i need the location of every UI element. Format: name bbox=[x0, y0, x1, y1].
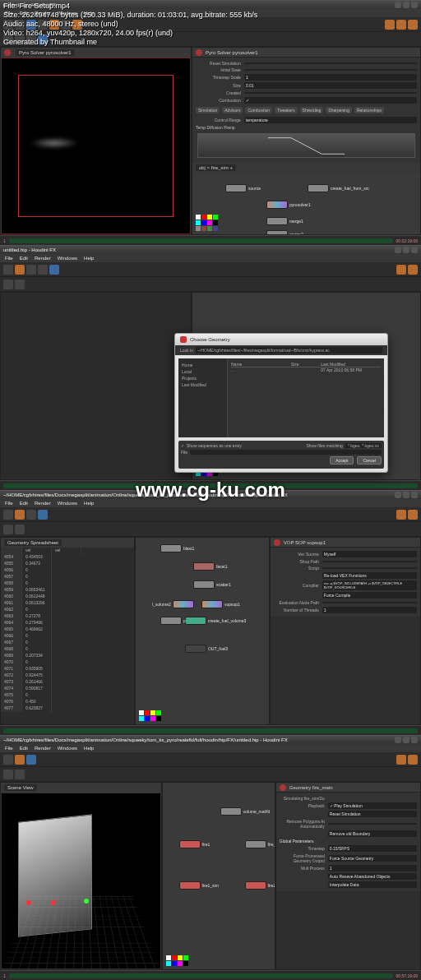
accept-button[interactable]: Accept bbox=[330, 456, 354, 465]
shelf-tool-icon[interactable] bbox=[396, 20, 406, 30]
script-field[interactable] bbox=[322, 567, 417, 569]
pin-icon[interactable] bbox=[196, 49, 202, 56]
size-field[interactable]: 0.01 bbox=[244, 82, 417, 89]
force-geo-field[interactable]: Force Source Geometry bbox=[328, 855, 417, 862]
houdini-window-3: ~/HOME/cgfxhires/files/Docs/megasplit/an… bbox=[0, 490, 421, 735]
empty-spreadsheet[interactable] bbox=[1, 293, 191, 479]
network-view[interactable]: blast1 facet1 scatter1 l_volume2 vopsop1… bbox=[136, 538, 269, 724]
titlebar[interactable]: untitled.hip - Houdini FX bbox=[0, 246, 421, 254]
control-field[interactable]: temperature bbox=[244, 117, 417, 123]
vop-parameter-panel: Vex SourceMyself Shop Path Script Re-loa… bbox=[271, 548, 420, 617]
timestep-field[interactable]: 1 bbox=[244, 74, 417, 81]
timestep-label: Timestep Scale bbox=[196, 75, 241, 80]
viewport-tab[interactable]: Scene View bbox=[4, 784, 37, 791]
mult-field[interactable]: 1 bbox=[328, 865, 417, 871]
watermark: www.cg-ku.com bbox=[136, 478, 285, 502]
created-label: Created bbox=[196, 90, 241, 95]
network-view[interactable]: source create_fuel_from_src pyrosolver1 … bbox=[192, 173, 420, 234]
parameter-header[interactable]: Pyro Solver pyrosolver1 bbox=[192, 48, 420, 58]
timeline-track[interactable] bbox=[9, 238, 393, 243]
filename-field[interactable] bbox=[190, 450, 382, 455]
force-compile-button[interactable]: Force Compile bbox=[322, 592, 417, 599]
handle-point[interactable] bbox=[84, 899, 89, 904]
play-sim-checkbox[interactable]: ✓ Play Simulation bbox=[328, 802, 417, 809]
size-label: Size bbox=[196, 83, 241, 88]
compiler-field[interactable]: vcc -q $VOP_INCLUDEPATH -o $VOP_OBJECTFI… bbox=[322, 580, 417, 590]
houdini-window-4: ~/HOME/cgfxhires/files/Docs/megasplit/an… bbox=[0, 735, 421, 980]
color-swatches[interactable] bbox=[166, 955, 188, 966]
param-subtabs[interactable]: Simulation Advisors Combustion Tweakers … bbox=[196, 107, 417, 113]
remove-poly-field[interactable] bbox=[328, 823, 417, 825]
shop-path-field[interactable] bbox=[322, 561, 417, 562]
file-metadata: File: Fire Setup.mp4 Size: 262494748 byt… bbox=[3, 2, 257, 47]
dialog-titlebar[interactable]: Choose Geometry bbox=[175, 334, 387, 345]
houdini-window-2: untitled.hip - Houdini FX FileEditRender… bbox=[0, 245, 421, 490]
dialog-sidebar[interactable]: Home Local Projects Last Modified bbox=[178, 358, 228, 437]
parameter-panel: Reset Simulation Initial State Timestep … bbox=[192, 58, 420, 163]
timestep-field[interactable]: 0.15/SFPS bbox=[328, 845, 417, 852]
seq-checkbox[interactable]: Show sequences as one entry bbox=[187, 443, 242, 448]
3d-viewport[interactable] bbox=[1, 58, 191, 234]
timeline[interactable] bbox=[0, 725, 421, 735]
timeline[interactable]: 1 00:57:19:09 bbox=[0, 970, 421, 980]
fire-volume-preview bbox=[30, 137, 79, 149]
close-button[interactable] bbox=[411, 2, 418, 8]
pin-icon[interactable] bbox=[274, 539, 280, 546]
filter-field[interactable]: *.bgeo, *.bgeo.sc bbox=[345, 443, 382, 448]
lookin-field[interactable]: ~/HOME/cgfxhires/files/~/files/megasplit… bbox=[196, 347, 382, 354]
menubar[interactable]: FileEditRenderWindowsHelp bbox=[0, 254, 421, 262]
3d-viewport[interactable] bbox=[1, 793, 161, 969]
combustion-label: Combustion bbox=[196, 98, 241, 103]
reload-vex-button[interactable]: Re-load VEX Functions bbox=[322, 572, 417, 579]
cancel-button[interactable]: Cancel bbox=[357, 456, 382, 465]
threads-field[interactable]: 1 bbox=[322, 607, 417, 613]
pin-icon[interactable] bbox=[4, 49, 11, 56]
reset-sim-button[interactable] bbox=[244, 62, 417, 64]
pin-icon[interactable] bbox=[280, 784, 286, 791]
shelf-tool-icon[interactable] bbox=[385, 20, 395, 30]
file-chooser-dialog[interactable]: Choose Geometry Look in ~/HOME/cgfxhires… bbox=[174, 333, 388, 473]
initial-state-field[interactable] bbox=[244, 69, 417, 71]
ramp-widget[interactable] bbox=[197, 133, 415, 158]
network-view[interactable]: volume_mat/fd fire1 fire_obj fire1_sim f… bbox=[163, 783, 275, 969]
reset-sim-button[interactable]: Reset Simulation bbox=[328, 811, 417, 817]
initial-state-label: Initial State bbox=[196, 67, 241, 72]
control-range-label: Control Range bbox=[196, 118, 241, 122]
geometry-plane bbox=[18, 814, 92, 936]
color-swatches[interactable] bbox=[139, 710, 161, 721]
combustion-checkbox[interactable]: ✓ bbox=[244, 97, 417, 104]
handle-point[interactable] bbox=[51, 900, 56, 905]
vex-source-field[interactable]: Myself bbox=[322, 551, 417, 557]
shelf-tool-icon[interactable] bbox=[408, 20, 418, 30]
remove-boundary-field[interactable]: Remove old Boundary bbox=[328, 830, 417, 837]
color-swatches[interactable] bbox=[196, 215, 218, 231]
viewport-tabs[interactable]: Pyro Solver pyrosolver1 bbox=[1, 48, 191, 58]
reset-sim-label: Reset Simulation bbox=[196, 61, 241, 66]
remap-label: Temp Diffusion Ramp bbox=[196, 125, 417, 130]
shelf-toolbar[interactable] bbox=[0, 262, 421, 277]
maximize-button[interactable] bbox=[403, 2, 409, 8]
close-icon[interactable] bbox=[180, 336, 187, 343]
geometry-spreadsheet[interactable]: velvel40540.43450340550.3467240560405704… bbox=[1, 548, 134, 724]
autosleep-checkbox[interactable]: Auto Resave Abandoned Objects bbox=[328, 873, 417, 880]
minimize-button[interactable] bbox=[395, 2, 401, 8]
interp-checkbox[interactable]: Interpolate Data bbox=[328, 881, 417, 888]
sim-parameter-panel: Simulating fire_sim/Do Playback✓ Play Si… bbox=[276, 793, 420, 891]
shelf-toolbar-2[interactable] bbox=[0, 277, 421, 292]
solver-tab[interactable]: Pyro Solver pyrosolver1 bbox=[16, 49, 75, 56]
created-field[interactable] bbox=[244, 92, 417, 94]
eval-path-field[interactable] bbox=[322, 602, 417, 603]
dialog-file-list[interactable]: NameSizeLast Modified ..07 Apr 2010 06:5… bbox=[228, 358, 384, 437]
network-tabs[interactable]: obj > fire_sim + bbox=[192, 163, 420, 173]
handle-point[interactable] bbox=[26, 900, 31, 905]
timeline[interactable]: 1 00:02:19:09 bbox=[0, 235, 421, 245]
